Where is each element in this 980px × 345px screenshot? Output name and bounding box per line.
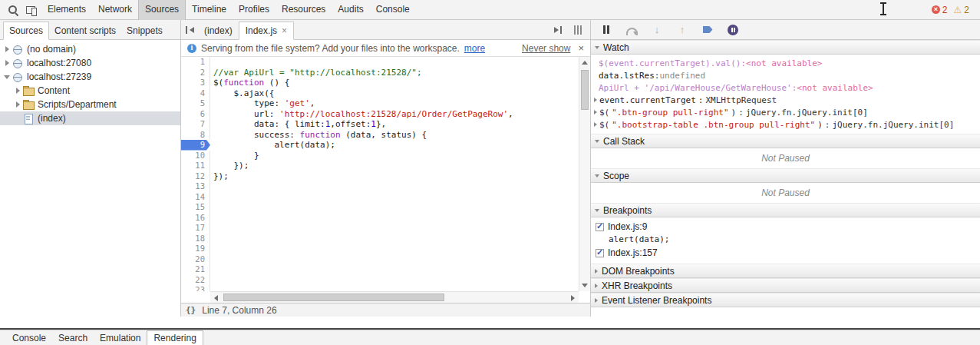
panel-tab-sources[interactable]: Sources: [138, 0, 186, 20]
disclosure-arrow-icon[interactable]: [594, 122, 597, 127]
disclosure-arrow-icon[interactable]: [14, 88, 21, 94]
event-listener-breakpoints-section-header[interactable]: Event Listener Breakpoints: [591, 293, 980, 307]
tree-item-no-domain[interactable]: (no domain): [0, 42, 180, 56]
never-show-link[interactable]: Never show: [522, 43, 570, 54]
line-number[interactable]: 17: [181, 223, 210, 234]
breakpoint-checkbox[interactable]: [596, 249, 604, 257]
editor-tab-index[interactable]: (index): [198, 22, 239, 39]
line-number[interactable]: 16: [181, 213, 210, 224]
tree-item-index[interactable]: (index): [0, 111, 180, 125]
editor-tab-index-js[interactable]: Index.js×: [239, 22, 294, 40]
scroll-right-arrow-icon[interactable]: [567, 292, 579, 303]
breakpoint-entry[interactable]: Index.js:9: [591, 220, 980, 234]
line-number[interactable]: 23: [181, 285, 210, 291]
line-number[interactable]: 4: [181, 88, 210, 99]
breakpoint-entry[interactable]: Index.js:157: [591, 246, 980, 260]
tree-item-localhost-27239[interactable]: localhost:27239: [0, 70, 180, 84]
watch-expression[interactable]: $(".bootstrap-table .btn-group pull-righ…: [591, 118, 980, 131]
line-number[interactable]: 7: [181, 119, 210, 130]
watch-expression[interactable]: ApiUrl + '/api/WareHouse/GetWareHouse': …: [591, 81, 980, 94]
line-number[interactable]: 18: [181, 234, 210, 244]
disclosure-arrow-icon[interactable]: [594, 98, 597, 102]
line-number[interactable]: 6: [181, 109, 210, 120]
line-number[interactable]: 22: [181, 275, 210, 286]
pause-button[interactable]: [600, 24, 612, 36]
line-number[interactable]: 19: [181, 244, 210, 254]
line-number[interactable]: 11: [181, 161, 210, 171]
watch-expression[interactable]: data.lstRes: undefined: [591, 69, 980, 81]
scroll-left-arrow-icon[interactable]: [210, 292, 222, 303]
line-number[interactable]: 5: [181, 98, 210, 109]
scope-section-header[interactable]: Scope: [591, 168, 980, 183]
scroll-up-arrow-icon[interactable]: [579, 57, 590, 68]
panel-tab-audits[interactable]: Audits: [332, 0, 369, 20]
tree-item-scripts-department[interactable]: Scripts/Department: [0, 98, 180, 111]
disclosure-arrow-icon[interactable]: [594, 110, 597, 114]
tree-item-content[interactable]: Content: [0, 84, 180, 98]
line-number[interactable]: 21: [181, 264, 210, 275]
panel-tab-timeline[interactable]: Timeline: [186, 0, 233, 20]
line-number[interactable]: 1: [181, 57, 210, 68]
tab-overflow-button[interactable]: [570, 23, 586, 37]
line-number[interactable]: 3: [181, 78, 210, 88]
line-number[interactable]: 8: [181, 130, 210, 141]
panel-tab-elements[interactable]: Elements: [41, 0, 92, 20]
horizontal-scroll-thumb[interactable]: [223, 294, 444, 301]
drawer-tab-emulation[interactable]: Emulation: [94, 331, 147, 345]
step-over-button[interactable]: [625, 24, 638, 36]
drawer-tab-search[interactable]: Search: [52, 331, 94, 345]
inspect-element-button[interactable]: [5, 2, 21, 18]
panel-tab-resources[interactable]: Resources: [276, 0, 332, 20]
watch-expression[interactable]: event.currentTarget: XMLHttpRequest: [591, 94, 980, 106]
disclosure-arrow-icon[interactable]: [14, 101, 21, 108]
warning-count: 2: [964, 5, 969, 15]
panel-tab-console[interactable]: Console: [370, 0, 416, 20]
deactivate-breakpoints-button[interactable]: [701, 24, 714, 36]
watch-expression[interactable]: $(".btn-group pull-right"): jQuery.fn.jQ…: [591, 106, 980, 118]
pause-on-exceptions-button[interactable]: [727, 24, 739, 36]
breakpoint-line-number[interactable]: 9: [181, 140, 210, 151]
panel-tab-profiles[interactable]: Profiles: [233, 0, 276, 20]
infobar-more-link[interactable]: more: [464, 43, 485, 54]
xhr-breakpoints-section-header[interactable]: XHR Breakpoints: [591, 278, 980, 293]
disclosure-arrow-icon[interactable]: [3, 75, 11, 79]
infobar-close-icon[interactable]: ×: [578, 44, 584, 53]
drawer-tab-console[interactable]: Console: [6, 331, 52, 345]
vertical-scroll-thumb[interactable]: [581, 70, 589, 110]
device-mode-button[interactable]: [23, 2, 40, 18]
line-number[interactable]: 10: [181, 151, 210, 161]
watch-expression[interactable]: $(event.currentTarget).val(): <not avail…: [591, 57, 980, 69]
line-number[interactable]: 13: [181, 181, 210, 192]
navigator-tab-sources[interactable]: Sources: [3, 22, 49, 40]
close-tab-icon[interactable]: ×: [282, 27, 287, 35]
line-number[interactable]: 2: [181, 68, 210, 78]
disclosure-arrow-icon[interactable]: [3, 60, 11, 66]
disclosure-arrow-icon[interactable]: [3, 46, 11, 52]
pretty-print-button[interactable]: {}: [186, 305, 196, 315]
scroll-down-arrow-icon[interactable]: [579, 280, 590, 291]
line-number[interactable]: 12: [181, 171, 210, 182]
panel-expand-button[interactable]: [550, 23, 566, 37]
navigator-tab-content-scripts[interactable]: Content scripts: [49, 22, 121, 39]
tree-item-localhost-27080[interactable]: localhost:27080: [0, 56, 180, 70]
editor-vertical-scrollbar[interactable]: [579, 57, 590, 291]
step-out-button[interactable]: ↑: [676, 24, 688, 36]
breakpoint-checkbox[interactable]: [596, 223, 604, 231]
code-editor[interactable]: 12//var ApiUrl = "http://localhost:21528…: [181, 57, 590, 303]
call-stack-section-header[interactable]: Call Stack: [591, 134, 980, 148]
editor-horizontal-scrollbar[interactable]: [210, 291, 579, 303]
line-number[interactable]: 14: [181, 192, 210, 203]
watch-section-header[interactable]: Watch: [591, 40, 980, 55]
drawer-tab-rendering[interactable]: Rendering: [147, 330, 203, 345]
error-badge[interactable]: × 2: [932, 5, 948, 15]
breakpoints-section-header[interactable]: Breakpoints: [591, 203, 980, 217]
hide-navigator-button[interactable]: [183, 23, 198, 37]
line-number[interactable]: 15: [181, 202, 210, 213]
navigator-tab-snippets[interactable]: Snippets: [121, 22, 168, 39]
step-into-button[interactable]: ↓: [651, 24, 663, 36]
dom-breakpoints-section-header[interactable]: DOM Breakpoints: [591, 264, 980, 278]
panel-tab-network[interactable]: Network: [92, 0, 138, 20]
breakpoint-snippet[interactable]: alert(data);: [591, 234, 980, 246]
warning-badge[interactable]: ⚠ 2: [954, 5, 969, 15]
line-number[interactable]: 20: [181, 254, 210, 265]
